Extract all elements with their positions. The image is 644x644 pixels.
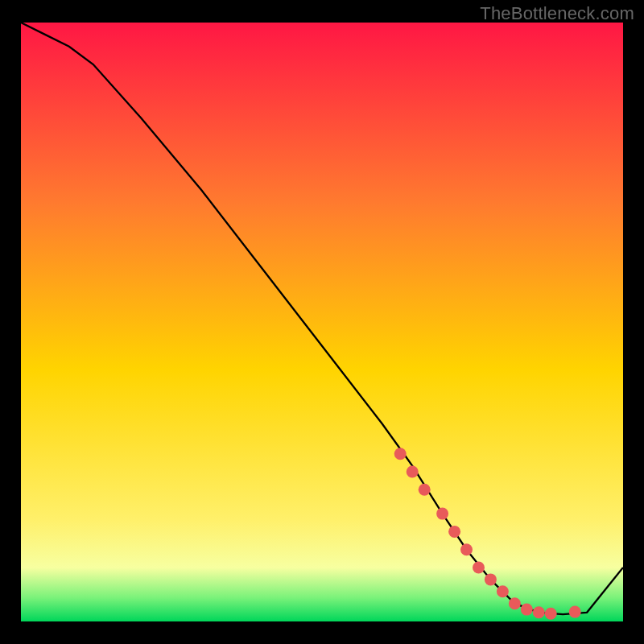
marker-dot bbox=[521, 604, 533, 616]
marker-dot bbox=[485, 573, 497, 585]
marker-dot bbox=[436, 508, 448, 520]
marker-dot bbox=[545, 608, 557, 620]
marker-dot bbox=[509, 597, 521, 609]
marker-dot bbox=[419, 484, 431, 496]
marker-dot bbox=[407, 466, 419, 478]
marker-dot bbox=[460, 543, 473, 555]
marker-dot bbox=[394, 448, 407, 460]
gradient-background bbox=[21, 23, 623, 621]
chart-svg bbox=[21, 23, 623, 621]
marker-dot bbox=[569, 606, 581, 618]
chart-frame: TheBottleneck.com bbox=[0, 0, 644, 644]
plot-area bbox=[21, 23, 623, 621]
marker-dot bbox=[533, 606, 545, 618]
marker-dot bbox=[497, 585, 509, 597]
marker-dot bbox=[473, 562, 485, 574]
marker-dot bbox=[448, 526, 460, 538]
watermark-text: TheBottleneck.com bbox=[480, 3, 634, 24]
